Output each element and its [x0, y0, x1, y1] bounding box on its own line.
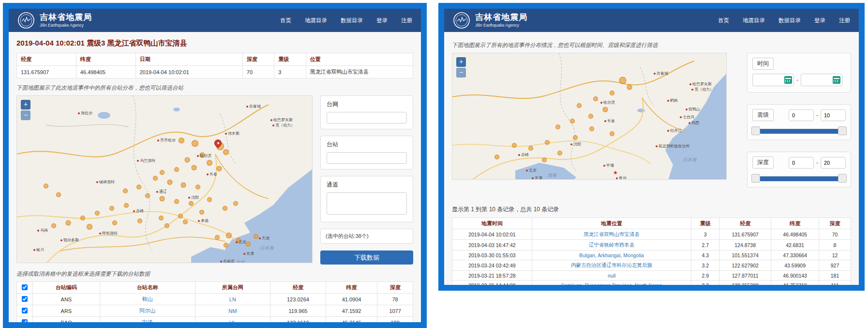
zoom-out-button[interactable]: − [456, 68, 466, 78]
magnitude-min-input[interactable] [789, 109, 814, 121]
calendar-icon[interactable] [784, 76, 792, 84]
table-link[interactable]: LN [195, 294, 270, 305]
event-marker[interactable] [159, 216, 164, 220]
table-link[interactable]: HL [195, 317, 270, 323]
event-marker[interactable] [226, 233, 232, 238]
event-marker[interactable] [627, 85, 632, 90]
table-link[interactable]: 鞍山 [100, 294, 195, 305]
event-marker[interactable] [192, 165, 197, 171]
event-marker[interactable] [589, 126, 594, 131]
table-link[interactable]: 辽宁省铁岭市西丰县 [532, 240, 691, 250]
nav-item[interactable]: 首页 [718, 17, 729, 24]
event-marker[interactable] [223, 206, 227, 211]
event-marker[interactable] [174, 199, 179, 204]
row-checkbox[interactable] [22, 296, 28, 302]
event-marker[interactable] [577, 103, 582, 108]
table-link[interactable]: 黑龙江省双鸭山市宝清县 [532, 229, 691, 240]
network-input[interactable] [327, 112, 407, 124]
event-marker[interactable] [178, 214, 183, 219]
event-marker[interactable] [160, 196, 165, 202]
event-marker[interactable] [573, 135, 578, 140]
event-marker[interactable] [593, 96, 598, 101]
row-checkbox[interactable] [22, 308, 28, 313]
event-marker[interactable] [246, 242, 251, 247]
event-marker[interactable] [123, 188, 128, 193]
event-marker[interactable] [570, 119, 575, 124]
event-marker[interactable] [207, 197, 212, 202]
event-marker[interactable] [588, 114, 593, 119]
event-marker[interactable] [189, 201, 194, 206]
calendar-icon[interactable] [833, 76, 840, 84]
event-marker[interactable] [44, 184, 48, 188]
event-marker[interactable] [160, 170, 165, 175]
nav-item[interactable]: 登录 [376, 17, 388, 24]
magnitude-max-input[interactable] [821, 109, 846, 121]
event-marker[interactable] [223, 149, 229, 155]
table-link[interactable]: null [532, 271, 691, 281]
event-marker[interactable] [95, 211, 100, 216]
station-map[interactable]: + − 共青城哈巴罗夫斯克（伯力）海拉尔佳木斯齐齐哈尔哈尔滨乌兰浩特长春锡林浩特… [16, 95, 313, 263]
slider-handle-max[interactable] [838, 174, 847, 183]
event-marker[interactable] [153, 176, 158, 181]
event-marker[interactable] [254, 234, 258, 239]
depth-range-slider[interactable] [752, 176, 846, 181]
event-marker[interactable] [66, 220, 71, 226]
slider-handle-max[interactable] [838, 126, 847, 135]
event-marker[interactable] [199, 210, 204, 215]
zoom-out-button[interactable]: − [21, 110, 30, 120]
event-marker[interactable] [224, 243, 228, 248]
event-marker[interactable] [528, 146, 533, 151]
table-link[interactable]: 宝清 [100, 317, 195, 323]
event-marker[interactable] [207, 160, 212, 166]
event-marker[interactable] [233, 201, 238, 206]
zoom-in-button[interactable]: + [21, 100, 30, 109]
event-marker[interactable] [610, 131, 614, 136]
table-link[interactable]: 阿尔山 [100, 305, 195, 317]
event-marker[interactable] [165, 223, 169, 228]
event-marker[interactable] [557, 151, 562, 156]
table-link[interactable]: Samjiyon, Ryanggang Province, North Kore… [532, 281, 691, 285]
event-marker[interactable] [192, 140, 198, 147]
event-marker[interactable] [51, 223, 56, 228]
channel-input[interactable] [327, 192, 407, 215]
zoom-in-button[interactable]: + [456, 57, 466, 67]
event-marker[interactable] [174, 167, 179, 172]
event-marker[interactable] [494, 155, 499, 159]
event-marker[interactable] [545, 140, 550, 145]
event-marker[interactable] [179, 138, 184, 143]
event-marker[interactable] [124, 203, 129, 208]
event-marker[interactable] [136, 185, 141, 189]
nav-item[interactable]: 首页 [280, 17, 291, 24]
nav-item[interactable]: 注册 [401, 17, 412, 24]
station-input[interactable] [327, 152, 407, 164]
row-checkbox[interactable] [22, 319, 28, 323]
event-marker[interactable] [542, 157, 547, 162]
nav-item[interactable]: 地震目录 [305, 17, 327, 24]
depth-max-input[interactable] [821, 157, 846, 169]
select-all-checkbox[interactable] [22, 284, 28, 290]
event-marker[interactable] [217, 166, 222, 172]
slider-handle-min[interactable] [751, 126, 760, 135]
nav-item[interactable]: 数据目录 [778, 17, 801, 24]
event-marker[interactable] [555, 125, 560, 129]
event-marker[interactable] [603, 107, 608, 112]
slider-handle-min[interactable] [751, 174, 760, 183]
depth-min-input[interactable] [789, 157, 814, 169]
event-marker[interactable] [80, 216, 85, 220]
event-marker[interactable] [619, 77, 627, 84]
download-data-button[interactable]: 下载数据 [320, 250, 413, 265]
event-marker[interactable] [183, 219, 188, 224]
event-marker[interactable] [195, 185, 200, 189]
event-marker[interactable] [112, 220, 117, 225]
event-marker[interactable] [185, 157, 190, 163]
event-marker[interactable] [610, 91, 614, 95]
nav-item[interactable]: 登录 [814, 17, 825, 24]
table-link[interactable]: Bulgan, Arkhangai, Mongolia [532, 250, 691, 260]
nav-item[interactable]: 注册 [839, 17, 850, 24]
event-marker[interactable] [87, 224, 92, 230]
nav-item[interactable]: 数据目录 [341, 17, 363, 24]
event-marker[interactable] [56, 192, 61, 197]
event-marker[interactable] [181, 183, 186, 188]
magnitude-range-slider[interactable] [752, 129, 846, 134]
event-marker[interactable] [512, 143, 517, 148]
